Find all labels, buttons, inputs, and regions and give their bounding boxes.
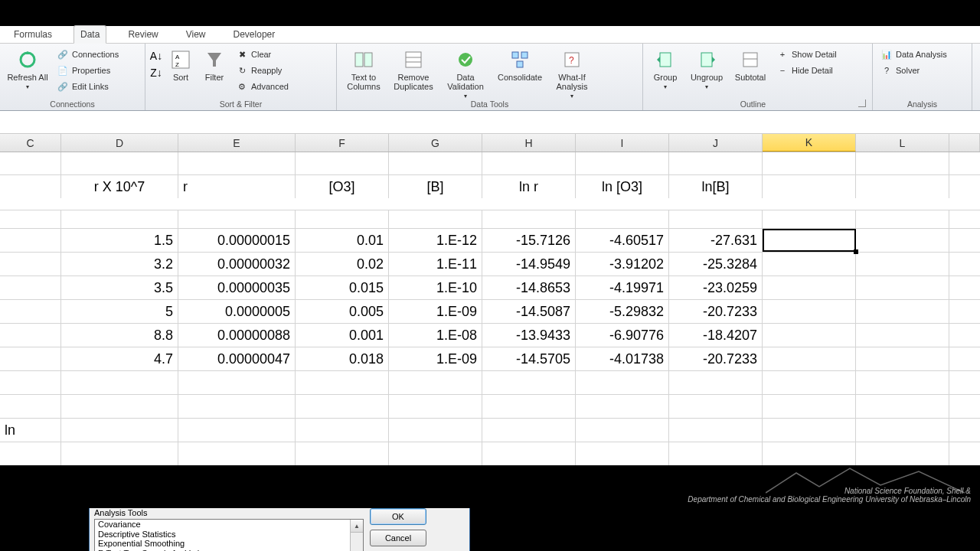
header-e[interactable]: r [178, 175, 296, 198]
whatif-button[interactable]: ? What-If Analysis ▾ [550, 47, 594, 99]
cell-I-1[interactable]: -3.91202 [576, 253, 669, 276]
header-f[interactable]: [O3] [296, 175, 389, 198]
col-header-i[interactable]: I [576, 134, 669, 152]
col-header-j[interactable]: J [669, 134, 763, 152]
col-header-d[interactable]: D [61, 134, 178, 152]
cell-J-0[interactable]: -27.631 [669, 229, 763, 252]
cell-K-4[interactable] [763, 324, 856, 347]
cell-K-0[interactable] [763, 229, 856, 252]
cell-D-1[interactable]: 3.2 [61, 253, 178, 276]
cell-G-1[interactable]: 1.E-11 [389, 253, 482, 276]
cell-I-4[interactable]: -6.90776 [576, 324, 669, 347]
analysis-tools-listbox[interactable]: CovarianceDescriptive StatisticsExponent… [94, 519, 364, 551]
cell-D-4[interactable]: 8.8 [61, 324, 178, 347]
cell-E-3[interactable]: 0.0000005 [178, 300, 296, 323]
cell-C-0[interactable] [0, 229, 61, 252]
cell-L-3[interactable] [856, 300, 949, 323]
data-validation-button[interactable]: Data Validation ▾ [441, 47, 490, 99]
cell-F-5[interactable]: 0.018 [296, 347, 389, 370]
sort-button[interactable]: AZ Sort [165, 47, 196, 82]
cell-C-5[interactable] [0, 347, 61, 370]
cell-L-1[interactable] [856, 253, 949, 276]
properties-button[interactable]: 📄Properties [54, 63, 122, 78]
cell-J-5[interactable]: -20.7233 [669, 347, 763, 370]
spreadsheet-grid[interactable]: r X 10^7 r [O3] [B] ln r ln [O3] ln[B] 1… [0, 152, 980, 490]
cell-D-3[interactable]: 5 [61, 300, 178, 323]
cell-L-4[interactable] [856, 324, 949, 347]
cell-K-1[interactable] [763, 253, 856, 276]
col-header-e[interactable]: E [178, 134, 296, 152]
col-header-g[interactable]: G [389, 134, 482, 152]
analysis-tool-item[interactable]: F-Test Two-Sample for Variances [95, 549, 363, 552]
cell-H-1[interactable]: -14.9549 [482, 253, 576, 276]
remove-duplicates-button[interactable]: Remove Duplicates [389, 47, 438, 91]
tab-data[interactable]: Data [74, 25, 106, 44]
analysis-tool-item[interactable]: Covariance [95, 520, 363, 530]
subtotal-button[interactable]: Subtotal [730, 47, 770, 82]
cell-F-0[interactable]: 0.01 [296, 229, 389, 252]
sort-asc-icon[interactable]: A↓ [150, 50, 162, 62]
cell-E-4[interactable]: 0.00000088 [178, 324, 296, 347]
analysis-tool-item[interactable]: Exponential Smoothing [95, 539, 363, 549]
cell-L-2[interactable] [856, 276, 949, 299]
cell-F-4[interactable]: 0.001 [296, 324, 389, 347]
col-header-k[interactable]: K [763, 134, 856, 152]
header-g[interactable]: [B] [389, 175, 482, 198]
tab-formulas[interactable]: Formulas [8, 26, 58, 43]
edit-links-button[interactable]: 🔗Edit Links [54, 79, 122, 94]
header-d[interactable]: r X 10^7 [61, 175, 178, 198]
header-i[interactable]: ln [O3] [576, 175, 669, 198]
cell-G-5[interactable]: 1.E-09 [389, 347, 482, 370]
cell-G-3[interactable]: 1.E-09 [389, 300, 482, 323]
cell-H-3[interactable]: -14.5087 [482, 300, 576, 323]
ungroup-button[interactable]: Ungroup ▾ [686, 47, 727, 90]
cell-G-0[interactable]: 1.E-12 [389, 229, 482, 252]
filter-button[interactable]: Filter [199, 47, 230, 82]
cell-C-1[interactable] [0, 253, 61, 276]
data-analysis-button[interactable]: 📊Data Analysis [877, 47, 950, 62]
cancel-button[interactable]: Cancel [370, 530, 426, 546]
cell-H-2[interactable]: -14.8653 [482, 276, 576, 299]
cell-L-5[interactable] [856, 347, 949, 370]
cell-E-5[interactable]: 0.00000047 [178, 347, 296, 370]
hide-detail-button[interactable]: −Hide Detail [773, 63, 840, 78]
cell-H-0[interactable]: -15.7126 [482, 229, 576, 252]
cell-K-3[interactable] [763, 300, 856, 323]
text-to-columns-button[interactable]: Text to Columns [341, 47, 386, 91]
cell-J-3[interactable]: -20.7233 [669, 300, 763, 323]
cell-C-3[interactable] [0, 300, 61, 323]
cell-I-3[interactable]: -5.29832 [576, 300, 669, 323]
col-header-c[interactable]: C [0, 134, 61, 152]
clear-button[interactable]: ✖Clear [233, 47, 292, 62]
cell-I-0[interactable]: -4.60517 [576, 229, 669, 252]
cell-C-4[interactable] [0, 324, 61, 347]
cell-E-0[interactable]: 0.00000015 [178, 229, 296, 252]
tab-view[interactable]: View [180, 26, 212, 43]
col-header-h[interactable]: H [482, 134, 576, 152]
cell-F-1[interactable]: 0.02 [296, 253, 389, 276]
cell-K-2[interactable] [763, 276, 856, 299]
cell-D-0[interactable]: 1.5 [61, 229, 178, 252]
refresh-all-button[interactable]: Refresh All ▾ [5, 47, 51, 90]
cell-I-2[interactable]: -4.19971 [576, 276, 669, 299]
col-header-l[interactable]: L [856, 134, 949, 152]
fill-handle[interactable] [854, 249, 858, 254]
cell-J-1[interactable]: -25.3284 [669, 253, 763, 276]
tab-review[interactable]: Review [122, 26, 164, 43]
sort-desc-icon[interactable]: Z↓ [150, 67, 162, 79]
cell-L-0[interactable] [856, 229, 949, 252]
cell-H-5[interactable]: -14.5705 [482, 347, 576, 370]
col-header-f[interactable]: F [296, 134, 389, 152]
cell-D-2[interactable]: 3.5 [61, 276, 178, 299]
cell-G-4[interactable]: 1.E-08 [389, 324, 482, 347]
scroll-up-icon[interactable]: ▲ [351, 520, 363, 533]
stray-ln[interactable]: ln [0, 419, 61, 442]
show-detail-button[interactable]: +Show Detail [773, 47, 840, 62]
listbox-scrollbar[interactable]: ▲ ▼ [350, 520, 363, 551]
reapply-button[interactable]: ↻Reapply [233, 63, 292, 78]
tab-developer[interactable]: Developer [227, 26, 282, 43]
advanced-button[interactable]: ⚙Advanced [233, 79, 292, 94]
header-h[interactable]: ln r [482, 175, 576, 198]
cell-I-5[interactable]: -4.01738 [576, 347, 669, 370]
cell-G-2[interactable]: 1.E-10 [389, 276, 482, 299]
